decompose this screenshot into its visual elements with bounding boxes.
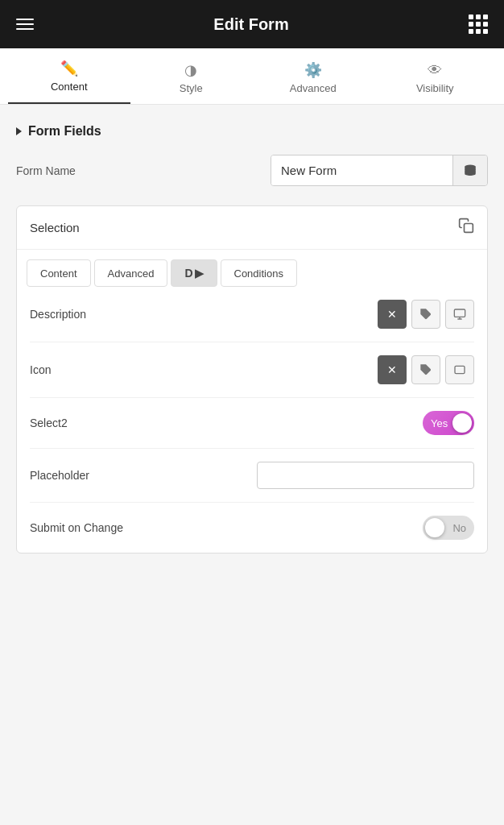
tab-advanced[interactable]: ⚙️ Advanced [252, 50, 374, 104]
form-name-input-wrap [271, 155, 488, 186]
inner-tab-d[interactable]: D ▶ [171, 259, 217, 287]
description-remove-button[interactable]: ✕ [378, 300, 407, 329]
monitor-icon [453, 308, 466, 321]
pencil-icon: ✏️ [60, 60, 78, 77]
main-tabs: ✏️ Content ◑ Style ⚙️ Advanced 👁 Visibil… [0, 48, 504, 105]
tab-visibility[interactable]: 👁 Visibility [374, 51, 497, 104]
selection-header: Selection [17, 206, 487, 250]
app-header: Edit Form [0, 0, 504, 48]
icon-tag-button[interactable] [411, 355, 440, 384]
submit-on-change-toggle[interactable]: No [423, 516, 474, 540]
gear-icon: ⚙️ [304, 61, 322, 79]
tab-style[interactable]: ◑ Style [130, 50, 253, 104]
svg-rect-1 [465, 224, 473, 233]
rect-icon [453, 363, 466, 376]
placeholder-field-row: Placeholder [30, 449, 474, 503]
tab-style-label: Style [180, 82, 203, 94]
card-body: Description ✕ [17, 287, 487, 553]
submit-on-change-toggle-knob [425, 518, 444, 537]
circle-half-icon: ◑ [184, 61, 197, 79]
eye-icon: 👁 [428, 62, 442, 79]
inner-tab-advanced[interactable]: Advanced [94, 259, 168, 287]
icon-field-row: Icon ✕ [30, 342, 474, 398]
description-field-row: Description ✕ [30, 287, 474, 342]
form-name-label: Form Name [16, 164, 76, 177]
icon-label: Icon [30, 363, 51, 376]
form-name-input[interactable] [271, 155, 452, 185]
inner-tab-d-label: D [184, 267, 192, 280]
placeholder-input[interactable] [257, 462, 474, 489]
icon-remove-button[interactable]: ✕ [378, 355, 407, 384]
submit-on-change-toggle-label: No [452, 522, 466, 534]
selection-card: Selection Content Advanced D ▶ Condition… [16, 205, 488, 553]
svg-rect-7 [455, 366, 465, 373]
content-area: Form Fields Form Name Selection [0, 105, 504, 573]
form-name-database-button[interactable] [452, 155, 487, 185]
icon-actions: ✕ [378, 355, 474, 384]
collapse-triangle-icon[interactable] [16, 127, 22, 135]
select2-toggle-knob [452, 413, 472, 433]
tab-content[interactable]: ✏️ Content [8, 48, 130, 104]
description-screen-button[interactable] [445, 300, 474, 329]
page-title: Edit Form [213, 15, 288, 34]
tab-advanced-label: Advanced [290, 82, 337, 94]
inner-tab-content[interactable]: Content [27, 259, 91, 287]
select2-field-row: Select2 Yes [30, 398, 474, 449]
inner-tab-d-arrow: ▶ [195, 267, 204, 280]
submit-on-change-field-row: Submit on Change No [30, 503, 474, 553]
tab-visibility-label: Visibility [416, 82, 454, 94]
hamburger-menu-icon[interactable] [16, 19, 34, 30]
select2-label: Select2 [30, 417, 68, 429]
section-header: Form Fields [16, 124, 488, 139]
database-icon [463, 164, 477, 178]
selection-title: Selection [30, 221, 80, 234]
svg-rect-3 [454, 309, 465, 317]
icon-rect-button[interactable] [445, 355, 474, 384]
section-title: Form Fields [28, 124, 101, 139]
copy-button[interactable] [458, 218, 474, 238]
copy-icon [458, 218, 474, 234]
description-tag-button[interactable] [411, 300, 440, 329]
select2-toggle-label: Yes [431, 417, 448, 429]
form-name-row: Form Name [16, 155, 488, 186]
grid-menu-icon[interactable] [469, 15, 488, 34]
tag-icon-2 [419, 363, 432, 376]
tab-content-label: Content [51, 81, 88, 93]
tag-icon [419, 308, 432, 321]
placeholder-label: Placeholder [30, 469, 89, 482]
description-label: Description [30, 308, 86, 321]
submit-on-change-label: Submit on Change [30, 521, 123, 534]
inner-tabs: Content Advanced D ▶ Conditions [17, 250, 487, 287]
select2-toggle[interactable]: Yes [423, 411, 474, 435]
description-actions: ✕ [378, 300, 474, 329]
inner-tab-conditions[interactable]: Conditions [221, 259, 297, 287]
